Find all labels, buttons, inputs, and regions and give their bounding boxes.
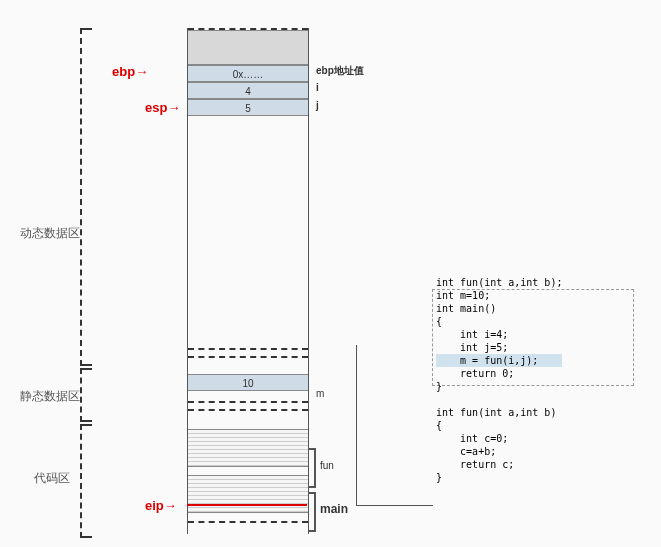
code-empty-top	[188, 411, 308, 429]
brace-static	[80, 368, 92, 422]
sep2	[188, 401, 308, 409]
code-main-block	[188, 475, 308, 513]
cell-ebp-addr: 0x……	[188, 65, 308, 82]
connector-line	[356, 345, 433, 506]
ptr-esp-text: esp	[145, 100, 167, 115]
cell-i: 4	[188, 82, 308, 99]
region-static-label: 静态数据区	[20, 388, 80, 405]
code-l2: int m=10;	[436, 290, 490, 301]
static-empty-top	[188, 358, 308, 374]
brace-dynamic	[80, 28, 92, 366]
code-l1: int fun(int a,int b);	[436, 277, 562, 288]
ptr-eip-text: eip	[145, 498, 164, 513]
arrow-icon: →	[135, 64, 148, 79]
code-l10: int fun(int a,int b)	[436, 407, 556, 418]
ptr-ebp-text: ebp	[112, 64, 135, 79]
code-l14: return c;	[436, 459, 514, 470]
code-l11: {	[436, 420, 442, 431]
arrow-icon: →	[164, 498, 177, 513]
cell-m: 10	[188, 374, 308, 391]
code-fun-block	[188, 429, 308, 467]
code-l12: int c=0;	[436, 433, 508, 444]
region-code-label: 代码区	[34, 470, 70, 487]
label-ebp-addr: ebp地址值	[316, 64, 364, 78]
code-l8: return 0;	[436, 368, 514, 379]
code-listing: int fun(int a,int b); int m=10; int main…	[436, 263, 562, 484]
memory-column: 0x…… 4 5 10	[187, 28, 309, 534]
brace-fun	[308, 448, 316, 488]
brace-code	[80, 424, 92, 538]
arrow-icon: →	[167, 100, 180, 115]
region-dynamic-label: 动态数据区	[20, 225, 80, 242]
code-l15: }	[436, 472, 442, 483]
code-l13: c=a+b;	[436, 446, 496, 457]
sep1	[188, 348, 308, 356]
code-l4: {	[436, 316, 442, 327]
label-main: main	[320, 502, 348, 516]
cell-padding	[188, 30, 308, 65]
label-m: m	[316, 388, 324, 399]
code-l9: }	[436, 381, 442, 392]
static-empty-bot	[188, 391, 308, 401]
code-l5: int i=4;	[436, 329, 508, 340]
code-l3: int main()	[436, 303, 496, 314]
eip-line	[187, 504, 307, 506]
label-fun: fun	[320, 460, 334, 471]
label-i: i	[316, 82, 319, 93]
label-j: j	[316, 100, 319, 111]
bot-dash	[188, 521, 308, 523]
code-l6: int j=5;	[436, 342, 508, 353]
ptr-esp: esp→	[145, 100, 180, 115]
ptr-ebp: ebp→	[112, 64, 148, 79]
cell-j: 5	[188, 99, 308, 116]
code-gap	[188, 467, 308, 475]
code-l7-highlight: m = fun(i,j);	[436, 354, 562, 367]
brace-main	[308, 492, 316, 532]
ptr-eip: eip→	[145, 498, 177, 513]
dynamic-empty	[188, 116, 308, 348]
